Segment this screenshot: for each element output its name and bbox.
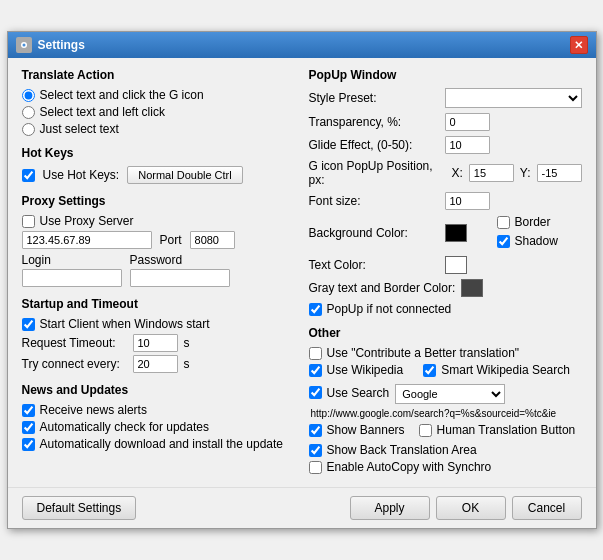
enable-autocopy-label: Enable AutoCopy with Synchro	[327, 460, 492, 474]
proxy-ip-input[interactable]	[22, 231, 152, 249]
request-timeout-row: Request Timeout: s	[22, 334, 295, 352]
search-engine-select[interactable]: Google	[395, 384, 505, 404]
use-proxy-label: Use Proxy Server	[40, 214, 134, 228]
use-hotkeys-checkbox[interactable]	[22, 169, 35, 182]
password-label: Password	[130, 253, 230, 267]
login-input[interactable]	[22, 269, 122, 287]
show-banners-checkbox[interactable]	[309, 424, 322, 437]
radio-select-and-click[interactable]	[22, 89, 35, 102]
auto-download-checkbox[interactable]	[22, 438, 35, 451]
shadow-row: Shadow	[497, 234, 558, 248]
try-connect-label: Try connect every:	[22, 357, 127, 371]
settings-window: Settings ✕ Translate Action Select text …	[7, 31, 597, 529]
popup-if-not-label: PopUp if not connected	[327, 302, 452, 316]
start-client-checkbox[interactable]	[22, 318, 35, 331]
gicon-label: G icon PopUp Position, px:	[309, 159, 446, 187]
style-preset-select[interactable]	[445, 88, 582, 108]
use-proxy-checkbox[interactable]	[22, 215, 35, 228]
auto-check-label: Automatically check for updates	[40, 420, 209, 434]
auto-download-label: Automatically download and install the u…	[40, 437, 284, 451]
default-settings-button[interactable]: Default Settings	[22, 496, 137, 520]
show-banners-row: Show Banners	[309, 423, 405, 437]
shadow-checkbox[interactable]	[497, 235, 510, 248]
news-alerts-label: Receive news alerts	[40, 403, 147, 417]
close-button[interactable]: ✕	[570, 36, 588, 54]
gray-text-row: Gray text and Border Color:	[309, 279, 582, 297]
gray-text-label: Gray text and Border Color:	[309, 281, 456, 295]
request-timeout-input[interactable]	[133, 334, 178, 352]
try-connect-s-label: s	[184, 357, 190, 371]
cancel-button[interactable]: Cancel	[512, 496, 582, 520]
window-title: Settings	[38, 38, 85, 52]
request-timeout-label: Request Timeout:	[22, 336, 127, 350]
auto-download-row: Automatically download and install the u…	[22, 437, 295, 451]
gicon-x-input[interactable]	[469, 164, 514, 182]
popup-if-not-checkbox[interactable]	[309, 303, 322, 316]
text-color-label: Text Color:	[309, 258, 439, 272]
y-label: Y:	[520, 166, 531, 180]
transparency-label: Transparency, %:	[309, 115, 439, 129]
human-translation-row: Human Translation Button	[419, 423, 576, 437]
port-label: Port	[160, 233, 182, 247]
use-hotkeys-label: Use Hot Keys:	[43, 168, 120, 182]
use-wikipedia-checkbox[interactable]	[309, 364, 322, 377]
radio-label-1: Select text and click the G icon	[40, 88, 204, 102]
transparency-input[interactable]	[445, 113, 490, 131]
banners-row: Show Banners Human Translation Button	[309, 423, 582, 440]
proxy-title: Proxy Settings	[22, 194, 295, 208]
bg-color-swatch[interactable]	[445, 224, 467, 242]
smart-wiki-checkbox[interactable]	[423, 364, 436, 377]
enable-autocopy-checkbox[interactable]	[309, 461, 322, 474]
glide-label: Glide Effect, (0-50):	[309, 138, 439, 152]
use-proxy-row: Use Proxy Server	[22, 214, 295, 228]
shadow-label: Shadow	[515, 234, 558, 248]
footer-right-buttons: Apply OK Cancel	[350, 496, 582, 520]
hotkeys-row: Use Hot Keys: Normal Double Ctrl	[22, 166, 295, 184]
bg-color-label: Background Color:	[309, 226, 439, 240]
radio-label-2: Select text and left click	[40, 105, 165, 119]
settings-icon	[16, 37, 32, 53]
port-input[interactable]	[190, 231, 235, 249]
show-back-checkbox[interactable]	[309, 444, 322, 457]
text-color-swatch[interactable]	[445, 256, 467, 274]
radio-just-select[interactable]	[22, 123, 35, 136]
border-checkbox[interactable]	[497, 216, 510, 229]
show-back-row: Show Back Translation Area	[309, 443, 582, 457]
enable-autocopy-row: Enable AutoCopy with Synchro	[309, 460, 582, 474]
password-input[interactable]	[130, 269, 230, 287]
auto-check-checkbox[interactable]	[22, 421, 35, 434]
news-alerts-checkbox[interactable]	[22, 404, 35, 417]
wiki-row: Use Wikipedia Smart Wikipedia Search	[309, 363, 582, 380]
apply-button[interactable]: Apply	[350, 496, 430, 520]
radio-select-left-click[interactable]	[22, 106, 35, 119]
ok-button[interactable]: OK	[436, 496, 506, 520]
contribute-label: Use "Contribute a Better translation"	[327, 346, 520, 360]
gicon-y-input[interactable]	[537, 164, 582, 182]
glide-row: Glide Effect, (0-50):	[309, 136, 582, 154]
contribute-checkbox[interactable]	[309, 347, 322, 360]
human-translation-label: Human Translation Button	[437, 423, 576, 437]
smart-wiki-row: Smart Wikipedia Search	[423, 363, 570, 377]
try-connect-input[interactable]	[133, 355, 178, 373]
gicon-pos-row: G icon PopUp Position, px: X: Y:	[309, 159, 582, 187]
hotkey-value-button[interactable]: Normal Double Ctrl	[127, 166, 243, 184]
human-translation-checkbox[interactable]	[419, 424, 432, 437]
news-alerts-row: Receive news alerts	[22, 403, 295, 417]
glide-input[interactable]	[445, 136, 490, 154]
title-bar: Settings ✕	[8, 32, 596, 58]
contribute-row: Use "Contribute a Better translation"	[309, 346, 582, 360]
show-back-label: Show Back Translation Area	[327, 443, 477, 457]
login-row: Login Password	[22, 253, 295, 287]
try-connect-row: Try connect every: s	[22, 355, 295, 373]
use-search-checkbox[interactable]	[309, 386, 322, 399]
transparency-row: Transparency, %:	[309, 113, 582, 131]
gray-color-swatch[interactable]	[461, 279, 483, 297]
border-label: Border	[515, 215, 551, 229]
border-row: Border	[497, 215, 558, 229]
font-size-input[interactable]	[445, 192, 490, 210]
main-content: Translate Action Select text and click t…	[8, 58, 596, 487]
font-size-row: Font size:	[309, 192, 582, 210]
text-color-row: Text Color:	[309, 256, 582, 274]
startup-title: Startup and Timeout	[22, 297, 295, 311]
login-label: Login	[22, 253, 122, 267]
